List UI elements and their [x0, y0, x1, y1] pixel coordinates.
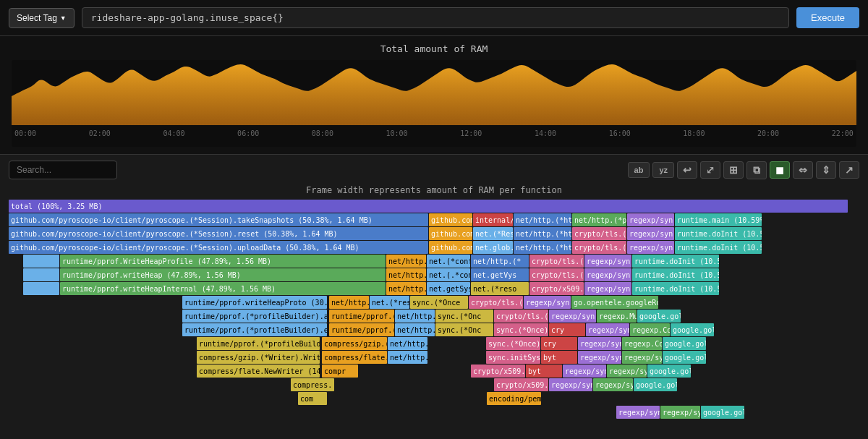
toolbar-filter-button[interactable]: ⇕: [816, 161, 836, 179]
flame-block[interactable]: net.(*reso: [370, 296, 409, 309]
toolbar-undo-button[interactable]: ↩: [677, 161, 697, 179]
flame-block[interactable]: [23, 268, 59, 281]
flame-block[interactable]: compress/gzip.(*Writer).Write: [197, 351, 320, 364]
flame-block[interactable]: regexp/syn: [549, 310, 596, 323]
flame-block[interactable]: regexp.Com: [622, 337, 662, 350]
flame-block[interactable]: regexp/syn: [616, 406, 660, 419]
flame-block[interactable]: crypto/tls.(*Conn).hands: [572, 241, 626, 254]
flame-block[interactable]: net/http.(: [386, 282, 426, 295]
flame-block[interactable]: regexp.Mus: [597, 310, 637, 323]
flame-block[interactable]: google.gol: [637, 310, 681, 323]
flame-block[interactable]: net/http.(*: [471, 255, 529, 268]
flame-block[interactable]: google.gol: [647, 365, 691, 378]
flame-container[interactable]: total (100%, 3.25 MB) github.com/pyrosco…: [9, 200, 859, 438]
search-input[interactable]: [9, 161, 117, 179]
flame-block[interactable]: regexp/syn: [607, 365, 647, 378]
flame-block[interactable]: github.com: [429, 227, 472, 240]
toolbar-export-button[interactable]: ↗: [839, 161, 859, 179]
select-tag-button[interactable]: Select Tag ▼: [9, 8, 75, 28]
flame-block[interactable]: encoding/pem.Decode: [487, 392, 541, 405]
flame-block[interactable]: regexp.Com: [630, 323, 670, 336]
flame-block[interactable]: go.opentele.googleRo: [571, 296, 658, 309]
flame-block[interactable]: runtime.doInit (10.59, com: [675, 241, 762, 254]
toolbar-highlight-button[interactable]: ◼: [770, 161, 790, 179]
flame-block[interactable]: byt: [541, 351, 577, 364]
flame-block[interactable]: runtime.main (10.59%, run: [675, 213, 762, 226]
flame-block[interactable]: runtime/pprof.(*profileBuilder).emitl: [182, 323, 327, 336]
chart-container[interactable]: 00:00 02:00 04:00 06:00 08:00 10:00 12:0…: [12, 60, 856, 147]
flame-block[interactable]: runtime/pprof.writeHeap (47.89%, 1.56 MB…: [60, 268, 386, 281]
flame-block[interactable]: compress/flate.NewWr: [322, 351, 387, 364]
flame-block[interactable]: sync.(*Once).doSlow (byt: [486, 337, 540, 350]
flame-block[interactable]: sync.(*Once).Do (10.: [494, 323, 548, 336]
flame-block[interactable]: github.com: [429, 213, 472, 226]
flame-block[interactable]: runtime/pprof.writeHeapInternal (47.89%,…: [60, 282, 386, 295]
flame-block[interactable]: compress/flate.NewWriter (14.9: [197, 365, 320, 378]
flame-block[interactable]: sync.(*Onc: [435, 310, 493, 323]
flame-block[interactable]: regexp/syn: [660, 406, 700, 419]
toolbar-grid-button[interactable]: ⊞: [723, 161, 744, 179]
flame-block[interactable]: compress.: [291, 378, 334, 391]
flame-block[interactable]: regexp/syn: [584, 268, 631, 281]
flame-block[interactable]: google.gol: [701, 406, 744, 419]
flame-block[interactable]: runtime/pprof.writeHeapProto (30.95%, 1.…: [182, 296, 327, 309]
flame-block[interactable]: github.com/pyroscope-io/client/pyroscope…: [9, 213, 428, 226]
flame-block[interactable]: net/http.(*http2: [514, 241, 571, 254]
flame-block[interactable]: byt: [526, 365, 562, 378]
flame-block[interactable]: regexp/syn: [549, 378, 592, 391]
flame-block[interactable]: github.com: [429, 241, 472, 254]
flame-block[interactable]: com: [298, 392, 327, 405]
flame-block[interactable]: net.(*reso: [471, 282, 529, 295]
flame-block[interactable]: regexp/syn: [584, 255, 631, 268]
flame-block[interactable]: runtime/pprof.(*profileBuilder).appendLo…: [182, 310, 327, 323]
flame-block[interactable]: regexp/syn: [563, 365, 606, 378]
flame-block[interactable]: google.gol: [671, 323, 714, 336]
flame-block[interactable]: cry: [549, 323, 585, 336]
flame-block[interactable]: crypto/x509.(*Certif: [529, 282, 584, 295]
flame-block[interactable]: net/http.(: [395, 323, 435, 336]
flame-block[interactable]: net/http.(: [386, 268, 426, 281]
flame-block[interactable]: regexp/syn: [627, 241, 674, 254]
flame-block[interactable]: [23, 255, 59, 268]
flame-block[interactable]: crypto/tls.(*Conn): [494, 310, 548, 323]
flame-block[interactable]: crypto/x509.loadSysteby: [471, 365, 525, 378]
flame-block[interactable]: regexp/syn: [578, 351, 621, 364]
flame-block[interactable]: regexp/syn: [593, 378, 633, 391]
flame-block[interactable]: crypto/tls.(*clientHi: [529, 255, 584, 268]
flame-block[interactable]: total (100%, 3.25 MB): [9, 200, 848, 213]
flame-block[interactable]: net/http.(*persistConn: [572, 213, 626, 226]
flame-block[interactable]: regexp/syn: [586, 323, 629, 336]
flame-block[interactable]: regexp/syn: [622, 351, 662, 364]
flame-block[interactable]: runtime.doInit (10.59: [632, 255, 719, 268]
toolbar-ab-button[interactable]: ab: [628, 162, 650, 178]
flame-block[interactable]: internal/s: [473, 213, 513, 226]
flame-block[interactable]: net.(*conf: [427, 255, 470, 268]
flame-block[interactable]: [23, 282, 59, 295]
execute-button[interactable]: Execute: [796, 7, 859, 28]
flame-block[interactable]: crypto/tls.(*Conn).Hands: [572, 227, 626, 240]
flame-block[interactable]: regexp/syn: [578, 337, 621, 350]
flame-block[interactable]: regexp/syn: [627, 227, 674, 240]
flame-block[interactable]: github.com/pyroscope-io/client/pyroscope…: [9, 241, 428, 254]
flame-block[interactable]: net/http.(: [388, 351, 427, 364]
flame-block[interactable]: runtime/pprof.(*prof: [329, 323, 394, 336]
flame-block[interactable]: regexp/syn: [524, 296, 571, 309]
flame-block[interactable]: regexp/syn: [584, 282, 631, 295]
flame-block[interactable]: net.(*Reso: [473, 227, 513, 240]
flame-block[interactable]: compress/gzip.(*Writ: [322, 337, 387, 350]
flame-block[interactable]: runtime/pprof.(*prof: [329, 310, 394, 323]
flame-block[interactable]: net/http.(: [386, 255, 426, 268]
toolbar-expand-button[interactable]: ⤢: [700, 161, 720, 179]
flame-block[interactable]: net.(.*conf: [427, 268, 470, 281]
toolbar-pip-button[interactable]: ⧉: [746, 161, 767, 179]
flame-block[interactable]: runtime/pprof.(*profileBuilder: [197, 337, 320, 350]
flame-block[interactable]: crypto/tls.(*Conn).ve: [469, 296, 523, 309]
flame-block[interactable]: net/http.(: [388, 337, 427, 350]
flame-block[interactable]: runtime/pprof.WriteHeapProfile (47.89%, …: [60, 255, 386, 268]
flame-block[interactable]: github.com/pyroscope-io/client/pyroscope…: [9, 227, 428, 240]
flame-block[interactable]: runtime.doInit (10.59: [632, 282, 719, 295]
flame-block[interactable]: net.glob..: [473, 241, 513, 254]
flame-block[interactable]: regexp/syn: [627, 213, 674, 226]
flame-block[interactable]: crypto/tls.(*Conn).v: [529, 268, 584, 281]
flame-block[interactable]: net/http.(*http2c: [514, 227, 571, 240]
